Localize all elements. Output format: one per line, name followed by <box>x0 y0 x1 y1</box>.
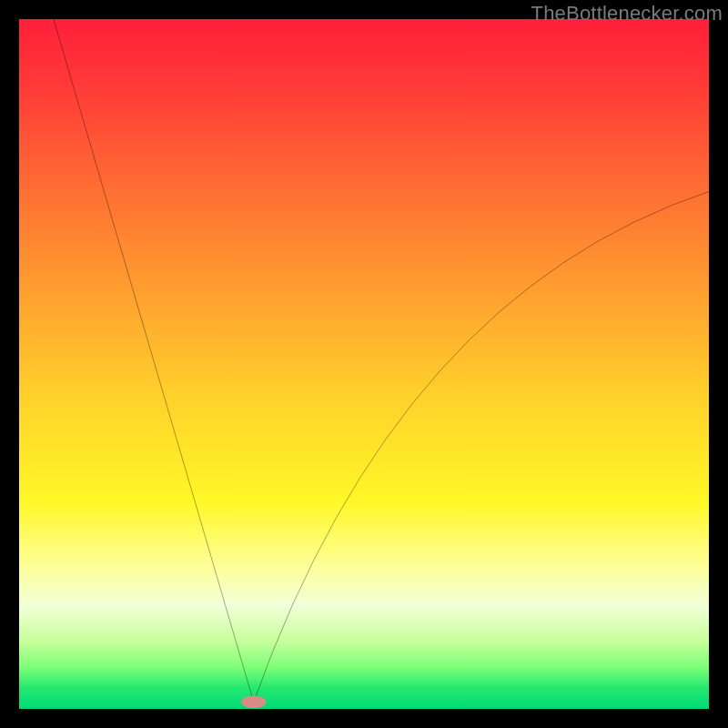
watermark-text: TheBottlenecker.com <box>531 2 723 25</box>
optimal-marker <box>241 696 266 709</box>
chart-frame <box>19 19 709 709</box>
gradient-background <box>19 19 709 709</box>
bottleneck-chart <box>19 19 709 709</box>
